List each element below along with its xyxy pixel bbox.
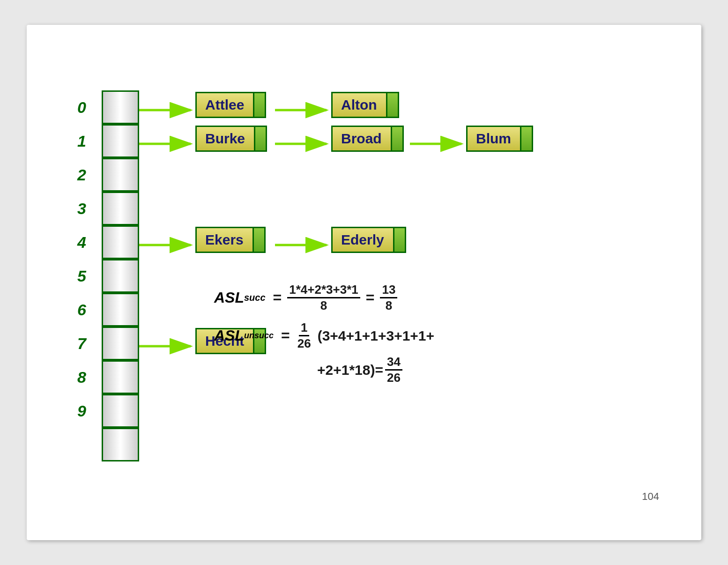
asl-unsucc-result-fraction: 34 26 <box>385 355 402 385</box>
index-2: 2 <box>77 166 86 184</box>
index-3: 3 <box>77 200 86 218</box>
arrow-1-burke <box>139 134 195 153</box>
arrow-burke-broad <box>275 134 331 153</box>
node-broad: Broad <box>331 126 404 152</box>
asl-unsucc-result-num: 34 <box>385 355 402 371</box>
asl-unsucc-expr: (3+4+1+1+3+1+1+ <box>318 328 434 344</box>
array-cell-9: 9 <box>102 394 139 428</box>
asl-succ-subscript: succ <box>244 292 266 303</box>
index-6: 6 <box>77 301 86 319</box>
asl-succ-denominator: 8 <box>319 298 329 313</box>
array-cell-1: 1 <box>102 124 139 158</box>
index-8: 8 <box>77 368 86 387</box>
asl-succ-equals: = <box>273 289 282 306</box>
asl-succ-line: ASL succ = 1*4+2*3+3*1 8 = 13 8 <box>214 282 434 313</box>
asl-succ-fraction: 1*4+2*3+3*1 8 <box>287 282 360 313</box>
asl-unsucc-frac-den: 26 <box>296 336 313 351</box>
asl-succ-result: 13 8 <box>380 282 397 313</box>
arrow-7-hecht <box>139 337 195 356</box>
index-7: 7 <box>77 335 86 353</box>
array-cell-extra <box>102 428 139 461</box>
array-cell-0: 0 <box>102 90 139 124</box>
array-cell-7: 7 <box>102 327 139 360</box>
node-burke: Burke <box>195 126 267 152</box>
asl-succ-label: ASL <box>214 289 244 306</box>
arrow-attlee-alton <box>275 101 331 119</box>
hash-array: 0 1 2 3 4 5 6 <box>102 90 139 461</box>
node-ederly: Ederly <box>331 227 406 253</box>
asl-unsucc-subscript: unsucc <box>244 331 274 341</box>
asl-unsucc-fraction: 1 26 <box>296 320 313 351</box>
asl-unsucc-result-den: 26 <box>385 371 402 385</box>
content-area: 0 1 2 3 4 5 6 <box>55 53 673 512</box>
array-cell-5: 5 <box>102 259 139 293</box>
array-cell-2: 2 <box>102 158 139 192</box>
asl-succ-result-num: 13 <box>380 282 397 298</box>
page-number: 104 <box>642 491 659 503</box>
array-cell-4: 4 <box>102 225 139 259</box>
node-alton: Alton <box>331 92 399 118</box>
array-cell-3: 3 <box>102 192 139 225</box>
node-ekers: Ekers <box>195 227 266 253</box>
asl-succ-equals2: = <box>366 289 375 306</box>
asl-unsucc-frac-num: 1 <box>299 320 309 336</box>
index-0: 0 <box>77 98 86 117</box>
formula-area: ASL succ = 1*4+2*3+3*1 8 = 13 8 ASL unsu… <box>214 282 434 390</box>
array-cell-6: 6 <box>102 293 139 327</box>
index-1: 1 <box>77 132 86 150</box>
arrow-4-ekers <box>139 236 195 254</box>
arrow-ekers-ederly <box>275 236 331 254</box>
node-attlee: Attlee <box>195 92 266 118</box>
asl-unsucc-line1: ASL unsucc = 1 26 (3+4+1+1+3+1+1+ <box>214 320 434 351</box>
asl-unsucc-label: ASL <box>214 327 244 344</box>
asl-succ-numerator: 1*4+2*3+3*1 <box>287 282 360 298</box>
index-5: 5 <box>77 267 86 285</box>
arrow-0-attlee <box>139 101 195 119</box>
index-4: 4 <box>77 233 86 252</box>
index-9: 9 <box>77 402 86 420</box>
asl-unsucc-equals: = <box>281 327 290 344</box>
arrow-broad-blum <box>410 134 466 153</box>
asl-succ-result-den: 8 <box>384 298 394 313</box>
node-blum: Blum <box>466 126 533 152</box>
asl-unsucc-expr2: +2+1*18)= <box>317 362 383 378</box>
slide: 0 1 2 3 4 5 6 <box>27 25 701 540</box>
array-cell-8: 8 <box>102 360 139 394</box>
asl-unsucc-line2: +2+1*18)= 34 26 <box>317 355 434 385</box>
